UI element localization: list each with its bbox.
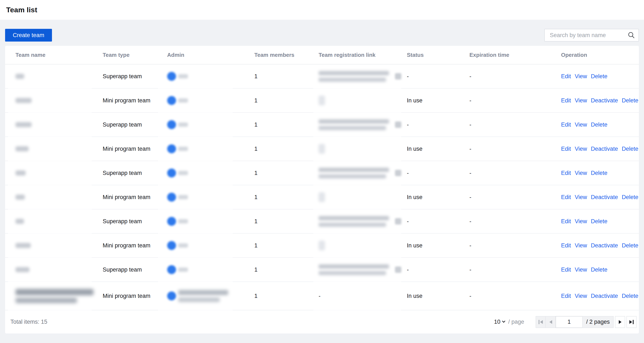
skip-end-bar-icon [633, 320, 634, 324]
team-members-cell: 1 [254, 73, 318, 80]
copy-icon[interactable] [395, 73, 401, 79]
edit-link[interactable]: Edit [561, 73, 571, 80]
edit-link[interactable]: Edit [561, 170, 571, 176]
column-header-operation: Operation [557, 52, 639, 58]
registration-link-cell: - [318, 293, 407, 299]
deactivate-link[interactable]: Deactivate [591, 97, 618, 104]
view-link[interactable]: View [575, 242, 587, 249]
operation-cell: EditViewDeactivateDelete [557, 293, 639, 299]
view-link[interactable]: View [575, 73, 587, 80]
registration-link-cell [318, 192, 407, 202]
view-link[interactable]: View [575, 121, 587, 128]
current-page-input[interactable]: 1 [556, 316, 583, 328]
prev-page-button[interactable] [545, 316, 556, 328]
admin-name-blur [178, 268, 188, 272]
delete-link[interactable]: Delete [622, 97, 638, 104]
admin-name-blur [178, 122, 188, 127]
redacted-text-blur [318, 174, 386, 179]
team-name-redacted [16, 289, 94, 303]
first-page-button[interactable] [536, 316, 546, 328]
status-cell: - [407, 218, 470, 225]
admin-name-blur [178, 74, 188, 78]
operation-cell: EditViewDeactivateDelete [557, 194, 639, 201]
deactivate-link[interactable]: Deactivate [591, 194, 618, 201]
view-link[interactable]: View [575, 97, 587, 104]
search-icon[interactable] [628, 31, 635, 39]
registration-link-cell [318, 168, 407, 179]
view-link[interactable]: View [575, 293, 587, 299]
operation-cell: EditViewDelete [557, 121, 639, 128]
column-header-status: Status [407, 52, 470, 58]
copy-icon[interactable] [395, 267, 401, 273]
edit-link[interactable]: Edit [561, 293, 571, 299]
view-link[interactable]: View [575, 194, 587, 201]
team-name-cell [16, 219, 103, 224]
redacted-text-blur [16, 243, 31, 248]
operation-cell: EditViewDeactivateDelete [557, 146, 639, 152]
delete-link[interactable]: Delete [591, 218, 608, 225]
delete-link[interactable]: Delete [591, 267, 608, 273]
team-name-cell [16, 98, 103, 103]
team-search-input[interactable] [550, 32, 628, 38]
delete-link[interactable]: Delete [591, 170, 608, 176]
page-title: Team list [6, 6, 37, 14]
table-footer: Total items: 15 10 / page 1 / 2 pa [5, 310, 639, 334]
view-link[interactable]: View [575, 146, 587, 152]
admin-avatar [167, 217, 176, 226]
registration-link-blur [318, 192, 325, 202]
deactivate-link[interactable]: Deactivate [591, 146, 618, 152]
edit-link[interactable]: Edit [561, 121, 571, 128]
edit-link[interactable]: Edit [561, 267, 571, 273]
arrow-left-icon [540, 320, 543, 324]
expiration-time-cell: - [470, 121, 557, 128]
last-page-button[interactable] [626, 316, 636, 328]
deactivate-link[interactable]: Deactivate [591, 293, 618, 299]
table-row: Superapp team1--EditViewDelete [5, 64, 639, 89]
team-type-cell: Superapp team [103, 170, 167, 176]
admin-cell [167, 144, 254, 153]
table-row: Superapp team1--EditViewDelete [5, 161, 639, 185]
edit-link[interactable]: Edit [561, 194, 571, 201]
delete-link[interactable]: Delete [622, 194, 638, 201]
expiration-time-cell: - [470, 146, 557, 152]
status-cell: - [407, 121, 470, 128]
admin-avatar [167, 241, 176, 250]
next-page-button[interactable] [615, 316, 625, 328]
page-size-select[interactable]: 10 [494, 319, 505, 325]
redacted-text-blur [318, 119, 389, 124]
edit-link[interactable]: Edit [561, 242, 571, 249]
view-link[interactable]: View [575, 267, 587, 273]
redacted-text-blur [16, 195, 25, 200]
operation-cell: EditViewDeactivateDelete [557, 97, 639, 104]
edit-link[interactable]: Edit [561, 218, 571, 225]
table-header-row: Team nameTeam typeAdminTeam membersTeam … [5, 46, 639, 64]
registration-link-blur [318, 216, 389, 227]
team-search-box[interactable] [544, 29, 639, 41]
delete-link[interactable]: Delete [591, 121, 608, 128]
registration-link-cell [318, 216, 407, 227]
copy-icon[interactable] [395, 218, 401, 225]
delete-link[interactable]: Delete [622, 242, 638, 249]
arrow-left-icon [550, 320, 552, 324]
edit-link[interactable]: Edit [561, 97, 571, 104]
skip-start-bar-icon [538, 320, 540, 324]
redacted-text-blur [16, 122, 32, 127]
registration-link-cell [318, 144, 407, 154]
delete-link[interactable]: Delete [622, 293, 638, 299]
team-name-cell [16, 243, 103, 248]
admin-name-blur [178, 195, 188, 199]
delete-link[interactable]: Delete [591, 73, 608, 80]
view-link[interactable]: View [575, 170, 587, 176]
admin-name-blur [178, 171, 188, 175]
arrow-right-icon [619, 320, 622, 324]
delete-link[interactable]: Delete [622, 146, 638, 152]
admin-name-blur [178, 147, 188, 151]
view-link[interactable]: View [575, 218, 587, 225]
expiration-time-cell: - [470, 194, 557, 201]
edit-link[interactable]: Edit [561, 146, 571, 152]
deactivate-link[interactable]: Deactivate [591, 242, 618, 249]
status-cell: In use [407, 242, 470, 249]
copy-icon[interactable] [395, 170, 401, 176]
create-team-button[interactable]: Create team [5, 29, 52, 41]
copy-icon[interactable] [395, 121, 401, 128]
